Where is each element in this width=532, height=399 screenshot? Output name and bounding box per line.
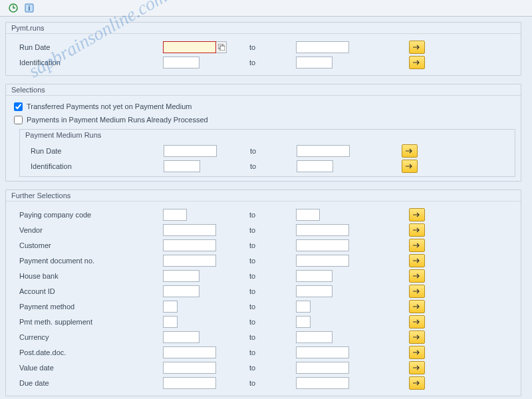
label-house-bank: House bank	[17, 272, 163, 280]
row-pm-identification: Identification to	[28, 158, 507, 174]
label-customer: Customer	[17, 241, 163, 249]
row-customer: Customerto	[17, 237, 510, 253]
group-selections: Selections Transferred Payments not yet …	[5, 84, 521, 182]
chk-transferred[interactable]	[14, 102, 23, 111]
input-customer-to[interactable]	[296, 239, 349, 251]
label-value-date: Value date	[17, 364, 163, 372]
label-run-date: Run Date	[17, 43, 163, 51]
execute-icon[interactable]	[8, 3, 19, 13]
more-account-id[interactable]	[409, 285, 425, 298]
input-house-bank-from[interactable]	[163, 270, 200, 282]
input-post-date-doc--to[interactable]	[296, 346, 349, 358]
group-title-pymt-runs: Pymt.runs	[6, 23, 521, 34]
more-value-date[interactable]	[409, 361, 425, 374]
input-pm-run-date-to[interactable]	[297, 145, 350, 157]
row-post-date-doc-: Post.date.doc.to	[17, 344, 510, 360]
input-pmt-meth-supplement-from[interactable]	[163, 316, 178, 328]
input-payment-method-to[interactable]	[296, 301, 311, 313]
input-paying-company-code-to[interactable]	[296, 209, 320, 221]
label-pm-identification: Identification	[28, 162, 164, 170]
more-due-date[interactable]	[409, 376, 425, 390]
input-currency-from[interactable]	[163, 331, 200, 343]
label-due-date: Due date	[17, 379, 163, 387]
label-paying-company-code: Paying company code	[17, 211, 163, 219]
input-customer-from[interactable]	[163, 239, 216, 251]
label-to: to	[229, 318, 296, 326]
label-to: to	[229, 241, 296, 249]
more-house-bank[interactable]	[409, 269, 425, 283]
group-further: Further Selections Paying company codeto…	[5, 190, 521, 396]
row-identification: Identification to	[17, 55, 510, 70]
more-pm-ident[interactable]	[402, 160, 418, 173]
input-payment-document-no--from[interactable]	[163, 255, 216, 267]
input-due-date-to[interactable]	[296, 377, 349, 389]
input-value-date-to[interactable]	[296, 362, 349, 374]
more-customer[interactable]	[409, 239, 425, 252]
more-post-date-doc-[interactable]	[409, 346, 425, 359]
more-payment-method[interactable]	[409, 300, 425, 313]
label-pmt-meth-supplement: Pmt meth. supplement	[17, 318, 163, 326]
label-currency: Currency	[17, 333, 163, 341]
more-paying-company-code[interactable]	[409, 208, 425, 221]
input-value-date-from[interactable]	[163, 362, 216, 374]
label-to: to	[229, 226, 296, 234]
chk-processed-label[interactable]: Payments in Payment Medium Runs Already …	[27, 116, 208, 124]
label-to: to	[229, 272, 296, 280]
subgroup-title: Payment Medium Runs	[20, 130, 515, 140]
label-post-date-doc-: Post.date.doc.	[17, 348, 163, 356]
more-ident[interactable]	[409, 56, 425, 69]
row-due-date: Due dateto	[17, 375, 510, 390]
input-pm-run-date-from[interactable]	[164, 145, 217, 157]
input-payment-document-no--to[interactable]	[296, 255, 349, 267]
input-pmt-meth-supplement-to[interactable]	[296, 316, 311, 328]
input-ident-from[interactable]	[163, 57, 200, 68]
label-to: to	[229, 303, 296, 311]
row-pmt-meth-supplement: Pmt meth. supplementto	[17, 314, 510, 329]
row-payment-method: Payment methodto	[17, 299, 510, 314]
label-to: to	[229, 348, 296, 356]
input-paying-company-code-from[interactable]	[163, 209, 187, 221]
label-identification: Identification	[17, 59, 163, 66]
row-payment-document-no-: Payment document no.to	[17, 253, 510, 268]
more-currency[interactable]	[409, 331, 425, 344]
label-to: to	[229, 257, 296, 265]
label-to: to	[230, 162, 297, 170]
more-vendor[interactable]	[409, 223, 425, 237]
label-to: to	[229, 43, 296, 51]
label-to: to	[230, 147, 297, 155]
svg-rect-4	[220, 46, 225, 51]
input-currency-to[interactable]	[296, 331, 332, 343]
input-due-date-from[interactable]	[163, 377, 216, 389]
input-run-date-from[interactable]	[163, 41, 216, 53]
input-post-date-doc--from[interactable]	[163, 346, 216, 358]
input-ident-to[interactable]	[296, 57, 332, 68]
subgroup-payment-medium: Payment Medium Runs Run Date to Identifi…	[19, 129, 515, 177]
input-pm-ident-from[interactable]	[164, 160, 200, 172]
more-run-date[interactable]	[409, 41, 425, 54]
more-pm-run-date[interactable]	[402, 144, 418, 158]
chk-transferred-label[interactable]: Transferred Payments not yet on Payment …	[27, 102, 192, 110]
svg-text:i: i	[29, 5, 31, 12]
input-vendor-from[interactable]	[163, 224, 216, 236]
input-account-id-to[interactable]	[296, 285, 332, 297]
label-to: to	[229, 59, 296, 66]
toolbar: i	[0, 0, 532, 17]
row-value-date: Value dateto	[17, 360, 510, 375]
row-account-id: Account IDto	[17, 283, 510, 299]
more-payment-document-no-[interactable]	[409, 254, 425, 267]
input-run-date-to[interactable]	[296, 41, 349, 53]
input-account-id-from[interactable]	[163, 285, 200, 297]
row-currency: Currencyto	[17, 329, 510, 344]
info-icon[interactable]: i	[24, 3, 35, 13]
input-vendor-to[interactable]	[296, 224, 349, 236]
chk-processed[interactable]	[14, 116, 23, 124]
label-to: to	[229, 364, 296, 372]
input-pm-ident-to[interactable]	[297, 160, 333, 172]
label-to: to	[229, 333, 296, 341]
label-account-id: Account ID	[17, 287, 163, 295]
f4-run-date[interactable]	[216, 41, 227, 53]
input-house-bank-to[interactable]	[296, 270, 332, 282]
more-pmt-meth-supplement[interactable]	[409, 315, 425, 329]
input-payment-method-from[interactable]	[163, 301, 178, 313]
label-payment-method: Payment method	[17, 303, 163, 311]
